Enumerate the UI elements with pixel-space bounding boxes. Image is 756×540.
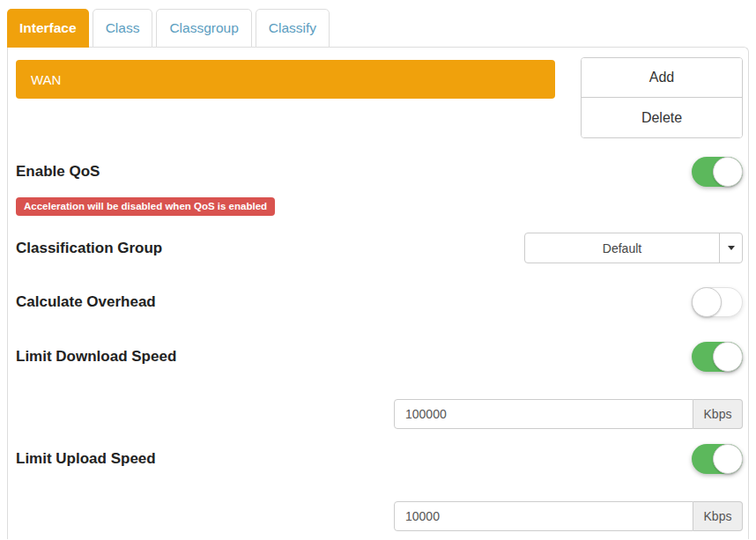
limit-upload-toggle[interactable]: [692, 444, 743, 474]
download-speed-input-group: Kbps: [394, 399, 743, 429]
limit-download-toggle[interactable]: [692, 342, 743, 372]
upload-speed-input-group: Kbps: [394, 501, 743, 531]
limit-upload-row: Limit Upload Speed: [16, 444, 743, 474]
upload-speed-input[interactable]: [394, 501, 693, 531]
qos-warning-badge: Acceleration will be disabled when QoS i…: [16, 197, 275, 216]
dropdown-caret-box[interactable]: [719, 233, 742, 263]
toggle-knob: [713, 444, 743, 474]
limit-download-label: Limit Download Speed: [16, 348, 176, 366]
tab-classgroup-label: Classgroup: [169, 20, 238, 36]
download-speed-unit: Kbps: [693, 399, 743, 429]
toggle-knob: [713, 157, 743, 187]
upload-speed-unit: Kbps: [693, 501, 743, 531]
enable-qos-toggle[interactable]: [692, 157, 743, 187]
calculate-overhead-row: Calculate Overhead: [16, 287, 743, 317]
interface-list-row: WAN Add Delete: [16, 57, 743, 138]
add-button[interactable]: Add: [582, 58, 742, 98]
limit-upload-label: Limit Upload Speed: [16, 450, 156, 468]
calculate-overhead-toggle[interactable]: [692, 287, 743, 317]
enable-qos-label: Enable QoS: [16, 163, 100, 181]
download-speed-input-row: Kbps: [16, 399, 743, 429]
upload-speed-input-row: Kbps: [16, 501, 743, 531]
interface-actions-group: Add Delete: [581, 57, 743, 138]
interface-list-item-wan[interactable]: WAN: [16, 60, 555, 99]
chevron-down-icon: [728, 246, 735, 250]
download-speed-input[interactable]: [394, 399, 693, 429]
classification-group-label: Classification Group: [16, 240, 162, 257]
tab-bar: Interface Class Classgroup Classify: [7, 9, 749, 48]
classification-group-value: Default: [525, 233, 719, 263]
toggle-knob: [692, 287, 722, 317]
classification-group-row: Classification Group Default: [16, 233, 743, 263]
tab-interface[interactable]: Interface: [7, 9, 89, 48]
tab-interface-label: Interface: [19, 20, 77, 36]
tab-class[interactable]: Class: [93, 9, 153, 48]
interface-name-label: WAN: [31, 72, 61, 87]
tab-class-label: Class: [106, 20, 140, 36]
delete-button[interactable]: Delete: [582, 98, 742, 137]
tab-classify-label: Classify: [269, 20, 316, 36]
toggle-knob: [713, 342, 743, 372]
tab-classgroup[interactable]: Classgroup: [156, 9, 251, 48]
qos-settings-page: Interface Class Classgroup Classify WAN …: [0, 0, 756, 539]
warning-row: Acceleration will be disabled when QoS i…: [16, 197, 743, 216]
limit-download-row: Limit Download Speed: [16, 342, 743, 372]
tab-classify[interactable]: Classify: [256, 9, 330, 48]
enable-qos-row: Enable QoS: [16, 157, 743, 187]
calculate-overhead-label: Calculate Overhead: [16, 293, 156, 311]
interface-tab-panel: WAN Add Delete Enable QoS Acceleration w…: [7, 47, 749, 539]
classification-group-select[interactable]: Default: [524, 233, 743, 263]
